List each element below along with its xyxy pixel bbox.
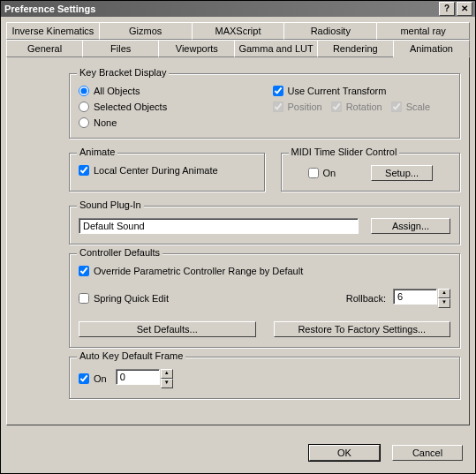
group-controller-defaults: Controller Defaults Override Parametric … xyxy=(69,253,460,348)
autokey-frame-input[interactable] xyxy=(116,369,160,385)
check-override-parametric[interactable]: Override Parametric Controller Range by … xyxy=(79,266,303,276)
group-animate: Animate Local Center During Animate xyxy=(69,153,265,192)
check-position: Position xyxy=(273,102,322,112)
check-scale: Scale xyxy=(391,102,431,112)
check-local-center-input[interactable] xyxy=(79,165,89,176)
close-icon[interactable]: ✕ xyxy=(457,2,472,16)
check-midi-on[interactable]: On xyxy=(308,168,336,178)
tab-general[interactable]: General xyxy=(6,40,83,57)
check-use-current-transform-input[interactable] xyxy=(273,86,283,96)
restore-factory-button[interactable]: Restore To Factory Settings... xyxy=(274,321,451,337)
tab-page-animation: Key Bracket Display All Objects Selected… xyxy=(6,56,470,425)
spinner-up-icon[interactable]: ▲ xyxy=(161,369,173,379)
window-title: Preference Settings xyxy=(4,4,437,14)
radio-all-objects[interactable]: All Objects xyxy=(79,86,140,96)
tab-rendering[interactable]: Rendering xyxy=(317,40,394,57)
tabstrip: Inverse Kinematics Gizmos MAXScript Radi… xyxy=(6,22,470,57)
tab-row-1: Inverse Kinematics Gizmos MAXScript Radi… xyxy=(6,22,470,40)
ok-button[interactable]: OK xyxy=(309,445,380,461)
tab-animation[interactable]: Animation xyxy=(393,40,470,57)
tab-radiosity[interactable]: Radiosity xyxy=(283,22,377,40)
spinner-down-icon[interactable]: ▼ xyxy=(438,298,450,308)
group-legend: Key Bracket Display xyxy=(77,67,169,78)
group-auto-key: Auto Key Default Frame On ▲ ▼ xyxy=(69,357,460,399)
preference-settings-window: Preference Settings ? ✕ Inverse Kinemati… xyxy=(0,0,476,474)
check-spring-quick-edit-input[interactable] xyxy=(79,293,89,304)
check-autokey-on[interactable]: On xyxy=(79,373,107,384)
check-rotation-input xyxy=(331,102,342,112)
group-key-bracket: Key Bracket Display All Objects Selected… xyxy=(69,73,460,139)
tab-gamma-lut[interactable]: Gamma and LUT xyxy=(234,40,317,57)
set-defaults-button[interactable]: Set Defaults... xyxy=(79,321,256,337)
group-legend: MIDI Time Slider Control xyxy=(289,147,400,157)
sound-plugin-value: Default Sound xyxy=(79,218,359,234)
cancel-button[interactable]: Cancel xyxy=(392,445,463,461)
sound-assign-button[interactable]: Assign... xyxy=(371,218,450,234)
check-local-center[interactable]: Local Center During Animate xyxy=(79,165,218,176)
check-override-parametric-input[interactable] xyxy=(79,266,89,276)
group-midi: MIDI Time Slider Control On Setup... xyxy=(281,153,460,192)
midi-setup-button[interactable]: Setup... xyxy=(371,165,433,181)
autokey-frame-spinner[interactable]: ▲ ▼ xyxy=(116,369,173,388)
tab-row-2: General Files Viewports Gamma and LUT Re… xyxy=(6,40,470,57)
rollback-spinner[interactable]: ▲ ▼ xyxy=(393,289,450,308)
group-legend: Auto Key Default Frame xyxy=(77,350,185,361)
radio-selected-objects-input[interactable] xyxy=(79,102,89,112)
titlebar: Preference Settings ? ✕ xyxy=(1,1,475,17)
group-sound: Sound Plug-In Default Sound Assign... xyxy=(69,206,460,245)
check-spring-quick-edit[interactable]: Spring Quick Edit xyxy=(79,293,169,304)
dialog-button-bar: OK Cancel xyxy=(309,445,463,461)
tab-viewports[interactable]: Viewports xyxy=(158,40,235,57)
group-legend: Sound Plug-In xyxy=(77,199,144,210)
radio-none[interactable]: None xyxy=(79,117,117,128)
group-legend: Animate xyxy=(77,147,117,157)
group-legend: Controller Defaults xyxy=(77,247,162,258)
tab-gizmos[interactable]: Gizmos xyxy=(99,22,193,40)
spinner-down-icon[interactable]: ▼ xyxy=(161,379,173,388)
check-position-input xyxy=(273,102,283,112)
tab-mental-ray[interactable]: mental ray xyxy=(376,22,470,40)
rollback-input[interactable] xyxy=(393,289,437,305)
check-midi-on-input[interactable] xyxy=(308,168,319,178)
radio-none-input[interactable] xyxy=(79,117,89,128)
radio-all-objects-input[interactable] xyxy=(79,86,89,96)
tab-inverse-kinematics[interactable]: Inverse Kinematics xyxy=(6,22,100,40)
check-use-current-transform[interactable]: Use Current Transform xyxy=(273,86,387,96)
check-rotation: Rotation xyxy=(331,102,382,112)
check-scale-input xyxy=(391,102,402,112)
tab-files[interactable]: Files xyxy=(82,40,159,57)
radio-selected-objects[interactable]: Selected Objects xyxy=(79,102,167,112)
check-autokey-on-input[interactable] xyxy=(79,373,89,384)
rollback-label: Rollback: xyxy=(346,293,386,304)
spinner-up-icon[interactable]: ▲ xyxy=(438,289,450,298)
tab-maxscript[interactable]: MAXScript xyxy=(192,22,285,40)
help-icon[interactable]: ? xyxy=(439,2,455,16)
